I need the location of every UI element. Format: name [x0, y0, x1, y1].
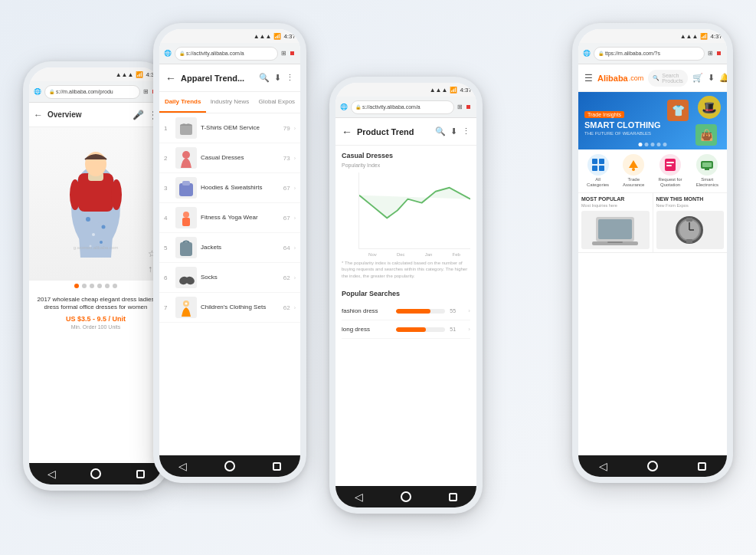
cat-all[interactable]: AllCategories	[587, 154, 609, 188]
nav-back-1[interactable]: ◁	[45, 468, 57, 480]
nav-home-4[interactable]	[646, 460, 659, 472]
tab-industry-news[interactable]: Industry News	[206, 92, 253, 113]
globe-icon-4: 🌐	[583, 50, 591, 57]
trend-item-4[interactable]: 4 Fitness & Yoga Wear 67 ›	[159, 203, 300, 233]
tab-daily-trends[interactable]: Daily Trends	[159, 92, 206, 113]
tab-icon-4[interactable]: ⊞	[708, 50, 713, 57]
url-field-4[interactable]: 🔒 ttps://m.alibaba.com/?s	[594, 47, 705, 61]
signal-icon-2: ▲▲▲	[254, 33, 272, 40]
tab-icon-1[interactable]: ⊞	[143, 88, 149, 95]
more-icon-3[interactable]: ⋮	[462, 126, 470, 136]
mic-icon[interactable]: 🎤	[133, 110, 144, 120]
cat-rfq[interactable]: Request forQuotation	[659, 154, 682, 188]
arrow-7: ›	[294, 305, 296, 310]
cart-icon-4[interactable]: 🛒	[692, 73, 703, 83]
bdot-2	[645, 143, 649, 146]
trend-img-1	[175, 117, 197, 139]
url-bar-3[interactable]: 🌐 🔒 s://activity.alibaba.com/a ⊞ ⏹	[335, 97, 476, 118]
search-item-2[interactable]: long dress 51 ›	[342, 320, 470, 339]
popular-section2: MOST POPULAR Most Inquiries here NEW THI…	[578, 193, 727, 253]
url-bar-2[interactable]: 🌐 🔒 s://activity.alibaba.com/a ⊞ ⏹	[159, 43, 300, 64]
nav-back-3[interactable]: ◁	[353, 491, 365, 503]
svg-rect-11	[180, 124, 192, 135]
svg-point-26	[632, 168, 635, 171]
url-field-2[interactable]: 🔒 s://activity.alibaba.com/a	[175, 47, 278, 61]
chart-svg-container	[358, 172, 470, 249]
back-icon-3[interactable]: ←	[342, 126, 352, 138]
url-field-1[interactable]: 🔒 s://m.alibaba.com/produ	[44, 85, 140, 99]
svg-rect-24	[592, 166, 597, 171]
bdot-1	[639, 143, 643, 146]
url-text-2: s://activity.alibaba.com/a	[186, 51, 244, 56]
url-bar-1[interactable]: 🌐 🔒 s://m.alibaba.com/produ ⊞ ⏹	[29, 81, 162, 103]
tab-global-expos[interactable]: Global Expos	[254, 92, 300, 113]
back-icon-1[interactable]: ←	[34, 110, 43, 120]
url-field-3[interactable]: 🔒 s://activity.alibaba.com/a	[351, 100, 454, 114]
chart-note: * The popularity index is calculated bas…	[342, 260, 470, 279]
svg-point-3	[86, 217, 90, 222]
ali-search-bar[interactable]: 🔍 Search Products	[648, 70, 688, 87]
pop-col-new: NEW THIS MONTH New From Expos	[653, 193, 728, 252]
stop-icon-3[interactable]: ⏹	[466, 103, 472, 110]
overview-title: Overview	[47, 110, 128, 119]
arrow-6: ›	[294, 275, 296, 281]
download-icon-4[interactable]: ⬇	[708, 73, 715, 83]
app-header-2: ← Apparel Trend... 🔍 ⬇ ⋮	[159, 64, 300, 92]
cat-electronics[interactable]: SmartElectronics	[696, 154, 718, 188]
trend-item-2[interactable]: 2 Casual Dresses 73 ›	[159, 143, 300, 173]
nav-recent-1[interactable]	[134, 468, 146, 480]
pop-product-watch[interactable]	[656, 211, 725, 249]
status-bar-3: ▲▲▲ 📶 4:37	[335, 83, 476, 97]
more-icon-2[interactable]: ⋮	[286, 73, 294, 83]
pop-product-laptop[interactable]	[581, 211, 650, 249]
nav-home-1[interactable]	[90, 468, 102, 480]
chevron-2: ›	[468, 326, 470, 333]
search-icon-3[interactable]: 🔍	[435, 126, 446, 136]
stop-icon-2[interactable]: ⏹	[290, 50, 296, 57]
nav-recent-4[interactable]	[696, 460, 709, 472]
trend-item-3[interactable]: 3 Hoodies & Sweatshirts 67 ›	[159, 173, 300, 203]
phone1-screen: ▲▲▲ 📶 4:37 🌐 🔒 s://m.alibaba.com/produ ⊞…	[29, 67, 162, 484]
trend-img-5	[175, 237, 197, 258]
back-icon-2[interactable]: ←	[165, 72, 176, 84]
banner-sub: THE FUTURE OF WEARABLES	[584, 131, 667, 136]
android-nav-1: ◁	[29, 463, 162, 484]
url-text-3: s://activity.alibaba.com/a	[362, 104, 421, 110]
phone-apparel-trend: ▲▲▲ 📶 4:37 🌐 🔒 s://activity.alibaba.com/…	[153, 23, 306, 483]
popular-section: Popular Searches fashion dress 55 › long…	[335, 285, 476, 343]
download-icon-3[interactable]: ⬇	[450, 126, 457, 136]
dot-1	[74, 284, 79, 288]
popular-sub: Most Inquiries here	[581, 203, 650, 208]
secure-icon-3: 🔒	[355, 104, 361, 110]
trend-item-6[interactable]: 6 Socks 62 ›	[159, 263, 300, 293]
nav-home-3[interactable]	[400, 491, 412, 503]
svg-point-9	[111, 179, 122, 210]
arrow-4: ›	[294, 215, 296, 221]
svg-point-6	[100, 241, 103, 244]
cat-icon-electronics	[696, 154, 718, 176]
nav-home-2[interactable]	[224, 460, 236, 472]
nav-back-4[interactable]: ◁	[597, 460, 609, 472]
tab-icon-3[interactable]: ⊞	[457, 103, 463, 110]
cat-trade[interactable]: TradeAssurance	[623, 154, 644, 188]
status-bar-1: ▲▲▲ 📶 4:37	[29, 67, 162, 81]
menu-icon-4[interactable]: ☰	[584, 73, 593, 84]
search-icon-2[interactable]: 🔍	[259, 73, 270, 83]
tab-icon-2[interactable]: ⊞	[281, 50, 286, 57]
download-icon-2[interactable]: ⬇	[274, 73, 281, 83]
bdot-5	[663, 143, 667, 146]
nav-back-2[interactable]: ◁	[177, 460, 189, 472]
trend-item-5[interactable]: 5 Jackets 64 ›	[159, 233, 300, 263]
trend-item-7[interactable]: 7 Children's Clothing Sets 62 ›	[159, 293, 300, 323]
bell-icon-4[interactable]: 🔔	[719, 73, 727, 83]
svg-rect-23	[599, 159, 604, 164]
wifi-icon-1: 📶	[136, 71, 143, 78]
stop-icon-4[interactable]: ⏹	[716, 50, 722, 57]
nav-recent-2[interactable]	[270, 460, 283, 472]
nav-recent-3[interactable]	[447, 491, 459, 503]
alibaba-header: ☰ Alibaba .com 🔍 Search Products 🛒 ⬇ 🔔	[578, 64, 727, 92]
url-bar-4[interactable]: 🌐 🔒 ttps://m.alibaba.com/?s ⊞ ⏹	[578, 43, 727, 64]
globe-icon-3: 🌐	[340, 103, 348, 110]
trend-item-1[interactable]: 1 T-Shirts OEM Service 79 ›	[159, 113, 300, 143]
search-item-1[interactable]: fashion dress 55 ›	[342, 302, 470, 320]
